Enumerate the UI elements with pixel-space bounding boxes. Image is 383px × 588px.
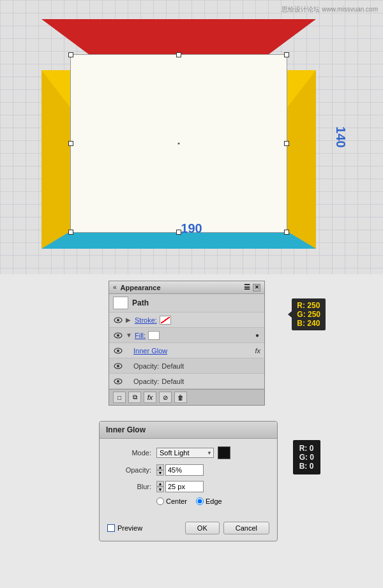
blur-row: Blur: ▲ ▼ [110, 481, 267, 492]
dim-label-height: 140 [333, 126, 348, 147]
path-label: Path [132, 298, 149, 307]
visibility-eye-opacity1[interactable] [113, 362, 123, 370]
radio-group: Center Edge [156, 497, 222, 505]
tooltip-b: B: 240 [297, 319, 320, 328]
panel-bottom-toolbar: □ ⧉ fx ⊘ 🗑 [109, 389, 264, 405]
color-tooltip: R: 250 G: 250 B: 240 [292, 298, 326, 330]
fx-btn[interactable]: fx [144, 392, 156, 403]
fill-swatch[interactable] [148, 331, 160, 340]
stroke-label[interactable]: Stroke: [135, 316, 157, 324]
dialog-content: Mode: Soft Light Normal Multiply Screen … [100, 439, 277, 518]
visibility-eye-inner-glow[interactable] [113, 347, 123, 355]
handle-top-mid[interactable] [176, 52, 181, 57]
dim-label-width: 190 [181, 221, 202, 236]
path-icon-box [113, 297, 128, 309]
opacity-label: Opacity: [110, 466, 151, 474]
dialog-titlebar: Inner Glow [100, 422, 277, 439]
handle-mid-right[interactable] [284, 141, 289, 146]
tooltip-r: R: 250 [297, 301, 320, 310]
stroke-swatch[interactable] [160, 316, 171, 325]
opacity-spinner: ▲ ▼ [156, 464, 164, 476]
opacity1-value: Default [161, 362, 184, 370]
rgb-b: B: 0 [299, 462, 314, 471]
dialog-footer: Preview OK Cancel [100, 518, 277, 541]
panel-menu-icon[interactable]: ☰ [244, 283, 250, 291]
mode-select[interactable]: Soft Light Normal Multiply Screen Overla… [156, 448, 214, 458]
expand-arrow-fill[interactable]: ▼ [126, 332, 133, 339]
handle-top-left[interactable] [68, 52, 73, 57]
clear-btn[interactable]: ⊘ [159, 392, 172, 403]
center-radio[interactable] [156, 497, 164, 505]
handle-bottom-left[interactable] [68, 230, 73, 235]
svg-point-3 [117, 334, 119, 337]
blur-input-group: ▲ ▼ [156, 481, 204, 492]
expand-arrow-stroke[interactable]: ▶ [126, 316, 133, 323]
preview-label: Preview [117, 524, 142, 532]
preview-check: Preview [107, 524, 142, 532]
blur-decrement[interactable]: ▼ [156, 487, 164, 492]
handle-top-right[interactable] [284, 52, 289, 57]
cancel-button[interactable]: Cancel [223, 522, 269, 534]
opacity-decrement[interactable]: ▼ [156, 470, 164, 476]
svg-point-1 [117, 319, 119, 321]
preview-checkbox[interactable] [107, 524, 115, 532]
svg-point-9 [117, 380, 119, 383]
inner-glow-label[interactable]: Inner Glow [133, 347, 167, 355]
opacity1-label: Opacity: [133, 362, 159, 370]
envelope-paper [70, 54, 287, 233]
visibility-eye-fill[interactable] [113, 332, 123, 339]
stroke-row: ▶ Stroke: [109, 312, 264, 328]
inner-glow-dialog: Inner Glow Mode: Soft Light Normal Multi… [99, 421, 278, 541]
tooltip-arrow [288, 311, 292, 318]
handle-bottom-right[interactable] [284, 230, 289, 235]
opacity1-row: Opacity: Default [109, 358, 264, 374]
new-layer-btn[interactable]: □ [113, 392, 126, 403]
panel-titlebar: « Appearance ☰ ✕ [109, 281, 264, 294]
opacity2-row: Opacity: Default [109, 374, 264, 389]
opacity2-label: Opacity: [133, 378, 159, 385]
canvas-area: 思绘设计论坛 www.missvuan.com 190 140 [0, 0, 383, 274]
panel-close-btn[interactable]: ✕ [253, 284, 260, 291]
opacity2-value: Default [161, 378, 184, 385]
edge-label: Edge [206, 497, 222, 505]
collapse-arrows-icon[interactable]: « [113, 284, 117, 291]
appearance-panel: « Appearance ☰ ✕ Path ▶ Stroke: [109, 281, 265, 406]
visibility-eye-stroke[interactable] [113, 316, 123, 324]
opacity-increment[interactable]: ▲ [156, 464, 164, 470]
svg-point-7 [117, 365, 119, 367]
edge-radio[interactable] [196, 497, 204, 505]
center-radio-item[interactable]: Center [156, 497, 187, 505]
inner-glow-row: Inner Glow fx [109, 343, 264, 358]
rgb-tooltip: R: 0 G: 0 B: 0 [293, 440, 320, 474]
glow-color-swatch[interactable] [218, 446, 230, 459]
mode-select-wrapper: Soft Light Normal Multiply Screen Overla… [156, 448, 214, 458]
opacity-row: Opacity: ▲ ▼ [110, 464, 267, 476]
rgb-g: G: 0 [299, 453, 314, 462]
fill-row: ▼ Fill: ● [109, 328, 264, 343]
blur-input[interactable] [165, 481, 204, 492]
radio-row: Center Edge [110, 497, 267, 505]
fill-connector: ● [255, 332, 259, 339]
opacity-input[interactable] [165, 464, 204, 476]
blur-label: Blur: [110, 483, 151, 490]
mode-label: Mode: [110, 449, 151, 457]
handle-mid-left[interactable] [68, 141, 73, 146]
edge-radio-item[interactable]: Edge [196, 497, 222, 505]
watermark-text: 思绘设计论坛 www.missvuan.com [282, 5, 378, 14]
delete-btn[interactable]: 🗑 [174, 392, 187, 403]
mode-row: Mode: Soft Light Normal Multiply Screen … [110, 446, 267, 459]
visibility-eye-opacity2[interactable] [113, 378, 123, 385]
ok-button[interactable]: OK [185, 522, 220, 534]
blur-increment[interactable]: ▲ [156, 481, 164, 487]
svg-point-5 [117, 349, 119, 352]
tooltip-g: G: 250 [297, 310, 320, 319]
blur-spinner: ▲ ▼ [156, 481, 164, 492]
fx-badge: fx [255, 347, 260, 355]
center-dot [178, 143, 180, 145]
duplicate-btn[interactable]: ⧉ [128, 392, 141, 403]
rgb-r: R: 0 [299, 444, 314, 453]
path-row: Path [109, 294, 264, 312]
fill-label[interactable]: Fill: [135, 332, 146, 339]
panel-title: Appearance [121, 284, 161, 291]
envelope [41, 19, 316, 249]
